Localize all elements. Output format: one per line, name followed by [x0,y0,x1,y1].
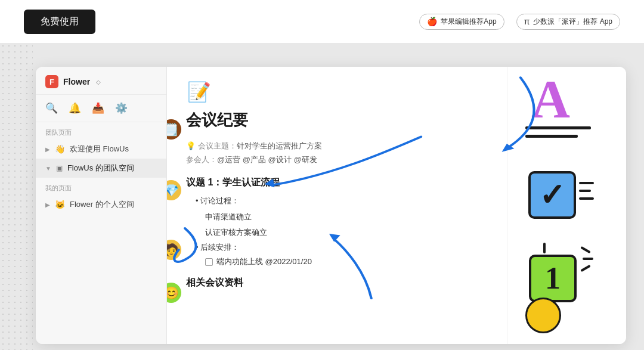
pi-icon: π [524,17,530,26]
right-deco-panel: A ✓ 1 [507,67,626,344]
task-checkbox[interactable] [205,258,213,266]
doc-notebook-icon: 📝 [186,79,212,105]
nav-item-welcome[interactable]: ▶ 👋 欢迎使用 FlowUs [36,140,166,159]
team-section-label: 团队页面 [36,122,166,140]
discussion-item-1: 认证审核方案确立 [186,225,488,239]
nav-label-welcome: 欢迎使用 FlowUs [70,144,129,154]
deco-yellow-circle [525,298,561,333]
bell-icon[interactable]: 🔔 [69,102,81,114]
discussion-label: • 讨论过程： [186,194,488,207]
nav-item-team-space[interactable]: ▼ ▣ FlowUs 的团队空间 [36,159,166,178]
deco-hline3 [579,197,594,200]
spark4 [543,243,546,253]
avatar-3: 🧑 [167,240,181,260]
spark3 [580,265,591,272]
nav-icon-box: ▣ [56,164,63,172]
free-use-button[interactable]: 免费使用 [24,10,95,34]
main-content: F Flower ◇ 🔍 🔔 📥 ⚙️ 团队页面 ▶ 👋 欢迎使用 FlowUs… [0,43,644,350]
doc-title: 会议纪要 [186,110,488,131]
dots-pattern [0,43,33,350]
spark2 [583,258,593,260]
pi-badge: π 少数派「派评」推荐 App [516,14,620,30]
followup-task-0: 端内功能上线 @2022/01/20 [186,256,488,267]
followup-label: • 后续安排： [186,240,488,254]
doc-toolbar [186,67,488,79]
download-icon[interactable]: 📥 [92,102,104,114]
meta-people-label: 参会人： [186,155,217,164]
badges: 🍎 苹果编辑推荐App π 少数派「派评」推荐 App [419,14,620,30]
section2-title: 相关会议资料 [186,277,488,289]
sidebar: F Flower ◇ 🔍 🔔 📥 ⚙️ 团队页面 ▶ 👋 欢迎使用 FlowUs… [36,67,167,344]
nav-emoji-welcome: 👋 [55,144,65,154]
search-icon[interactable]: 🔍 [45,102,58,114]
settings-icon[interactable]: ⚙️ [115,102,128,114]
nav-arrow-team-icon: ▼ [45,165,51,172]
spark1 [580,246,591,253]
doc-meta: 💡 会议主题：针对学生的运营推广方案 参会人：@运营 @产品 @设计 @研发 [186,139,488,167]
sidebar-icon-row: 🔍 🔔 📥 ⚙️ [36,95,166,122]
deco-a-line1 [525,126,591,129]
apple-badge-text: 苹果编辑推荐App [441,17,496,27]
avatar-1: 🗒️ [167,119,181,140]
pi-badge-text: 少数派「派评」推荐 App [533,17,612,27]
task-label: 端内功能上线 @2022/01/20 [216,256,312,267]
apple-icon: 🍎 [427,17,437,26]
deco-hline1 [579,182,594,184]
meta-people: @运营 @产品 @设计 @研发 [217,155,317,164]
nav-label-personal: Flower 的个人空间 [70,199,134,210]
deco-a-line2 [525,135,578,138]
my-section-label: 我的页面 [36,178,166,195]
avatar-4: 😊 [167,283,181,303]
nav-arrow-icon: ▶ [45,146,50,153]
deco-A: A [531,73,570,126]
nav-item-personal[interactable]: ▶ 🐱 Flower 的个人空间 [36,195,166,214]
meta-topic-label: 💡 会议主题： [186,141,237,150]
sidebar-header: F Flower ◇ [36,67,166,95]
sidebar-logo: F [45,75,58,88]
sidebar-chevron-icon: ◇ [96,79,101,85]
doc-area: 🗒️ 💎 🧑 😊 📝 会议纪要 💡 会议主题：针对学生的运营推广方案 参会人：@… [167,67,507,344]
app-window: F Flower ◇ 🔍 🔔 📥 ⚙️ 团队页面 ▶ 👋 欢迎使用 FlowUs… [36,67,626,344]
sidebar-title: Flower [63,77,90,86]
nav-emoji-personal: 🐱 [55,200,65,209]
deco-checkbox: ✓ [528,171,576,219]
deco-hline2 [579,190,591,192]
deco-calendar: 1 [529,255,577,302]
top-bar: 免费使用 🍎 苹果编辑推荐App π 少数派「派评」推荐 App [0,0,644,43]
nav-arrow-personal-icon: ▶ [45,202,50,208]
avatar-2: 💎 [167,180,181,200]
apple-badge: 🍎 苹果编辑推荐App [419,14,504,30]
discussion-item-0: 申请渠道确立 [186,210,488,224]
meta-topic: 针对学生的运营推广方案 [237,141,322,150]
nav-label-team-space: FlowUs 的团队空间 [67,163,134,174]
section1-title: 议题 1：学生认证流程 [186,176,488,189]
